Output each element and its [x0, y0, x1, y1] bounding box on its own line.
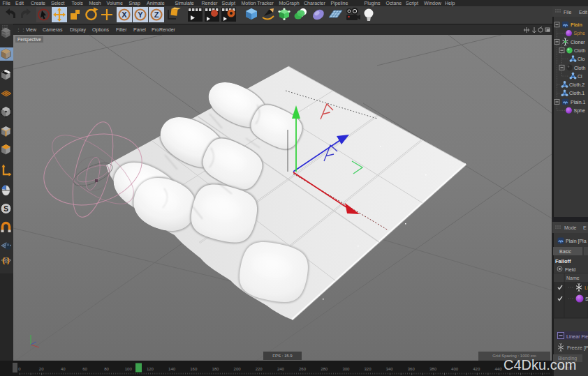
svg-text:400: 400 — [451, 367, 459, 371]
svg-text:S: S — [585, 296, 588, 301]
svg-text:20: 20 — [39, 367, 44, 371]
svg-text:Sphe: Sphe — [574, 108, 585, 114]
svg-text:240: 240 — [277, 367, 285, 371]
svg-text:Plain [Pla: Plain [Pla — [566, 239, 587, 244]
svg-text:320: 320 — [364, 367, 372, 371]
svg-text:Linear Fie: Linear Fie — [566, 334, 588, 339]
svg-text:380: 380 — [429, 367, 437, 371]
svg-text:360: 360 — [408, 367, 416, 371]
svg-text:440: 440 — [494, 367, 502, 371]
svg-text:140: 140 — [168, 367, 176, 371]
svg-text:S: S — [3, 205, 8, 213]
svg-text:280: 280 — [321, 367, 328, 371]
svg-text:Basic: Basic — [559, 249, 572, 254]
svg-text:Cl: Cl — [578, 74, 582, 79]
svg-text:180: 180 — [212, 367, 219, 371]
svg-text:Sphe: Sphe — [574, 31, 585, 36]
svg-text:Li: Li — [585, 285, 588, 290]
svg-text:Plain: Plain — [571, 22, 582, 27]
svg-text:Cloth.2: Cloth.2 — [569, 82, 585, 87]
svg-text:80: 80 — [104, 367, 109, 371]
svg-text:300: 300 — [342, 367, 350, 371]
svg-text:( ): ( ) — [2, 256, 10, 264]
svg-text:Name: Name — [566, 276, 580, 280]
svg-text:Freeze [P: Freeze [P — [567, 345, 588, 351]
svg-text:120: 120 — [147, 367, 154, 371]
svg-text:Cloth: Cloth — [574, 48, 585, 53]
svg-text:420: 420 — [473, 367, 480, 371]
svg-text:220: 220 — [256, 367, 263, 371]
svg-text:X: X — [122, 10, 127, 19]
svg-text:Cloth: Cloth — [574, 66, 585, 70]
svg-text:Clo: Clo — [578, 57, 585, 61]
svg-text:Plain.1: Plain.1 — [571, 100, 586, 105]
svg-text:0: 0 — [18, 367, 21, 371]
svg-text:340: 340 — [386, 367, 394, 371]
svg-text:60: 60 — [82, 367, 87, 371]
svg-text:File: File — [564, 10, 571, 15]
svg-text:Edit: Edit — [579, 10, 587, 15]
svg-text:E: E — [583, 225, 587, 230]
svg-text:Cloth.1: Cloth.1 — [569, 91, 585, 96]
svg-text:160: 160 — [190, 367, 198, 371]
svg-text:Mode: Mode — [564, 225, 577, 230]
svg-text:Y: Y — [138, 10, 143, 19]
svg-text:Z: Z — [154, 10, 159, 19]
svg-text:Cloner: Cloner — [571, 40, 585, 45]
svg-text:100: 100 — [125, 367, 133, 371]
svg-text:40: 40 — [61, 367, 66, 371]
svg-text:Field: Field — [565, 267, 575, 272]
svg-text:Falloff: Falloff — [555, 258, 571, 264]
svg-text:260: 260 — [299, 367, 307, 371]
svg-text:200: 200 — [234, 367, 242, 371]
